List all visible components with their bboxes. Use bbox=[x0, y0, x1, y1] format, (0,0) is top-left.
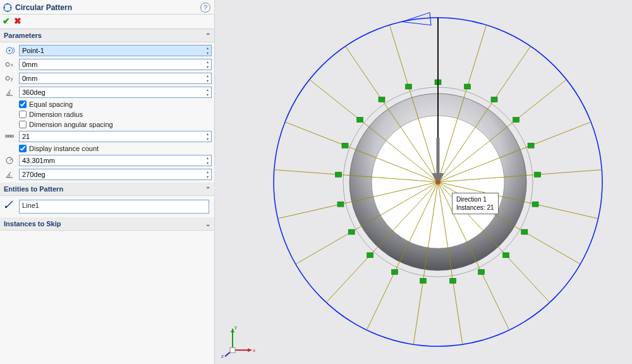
svg-point-1 bbox=[7, 3, 9, 5]
display-count-label: Display instance count bbox=[29, 145, 99, 152]
svg-rect-11 bbox=[6, 135, 8, 137]
parameters-body: ▴▾ x ▴▾ y ▴▾ bbox=[0, 42, 214, 183]
svg-rect-44 bbox=[528, 143, 534, 148]
svg-rect-58 bbox=[356, 117, 363, 122]
svg-rect-57 bbox=[341, 143, 348, 148]
svg-rect-60 bbox=[405, 84, 411, 89]
offset-x-row: x ▴▾ bbox=[0, 58, 214, 71]
ok-button[interactable]: ✔ bbox=[3, 16, 10, 26]
svg-rect-42 bbox=[491, 97, 497, 102]
callout-direction: Direction 1 bbox=[456, 195, 494, 203]
svg-rect-54 bbox=[348, 229, 355, 234]
feature-title: Circular Pattern bbox=[15, 3, 200, 12]
svg-rect-43 bbox=[513, 117, 519, 122]
offset-y-input[interactable] bbox=[19, 73, 212, 84]
svg-rect-50 bbox=[449, 278, 456, 283]
svg-point-4 bbox=[4, 7, 6, 9]
count-icon bbox=[3, 131, 16, 142]
section-header-entities[interactable]: Entities to Pattern ⌃ bbox=[0, 183, 214, 196]
offset-x-icon: x bbox=[3, 59, 16, 70]
center-spinner[interactable]: ▴▾ bbox=[204, 46, 211, 56]
offset-y-icon: y bbox=[3, 73, 16, 84]
display-count-row: Display instance count bbox=[0, 143, 214, 154]
angle-icon bbox=[3, 87, 16, 98]
rotation-icon bbox=[3, 169, 16, 180]
svg-marker-66 bbox=[248, 348, 252, 352]
svg-text:x: x bbox=[11, 63, 13, 67]
dimension-radius-row: Dimension radius bbox=[0, 109, 214, 119]
svg-line-16 bbox=[6, 201, 13, 207]
dimension-angular-label: Dimension angular spacing bbox=[29, 121, 113, 128]
svg-point-3 bbox=[7, 11, 9, 13]
svg-rect-52 bbox=[391, 269, 398, 274]
offset-x-spinner[interactable]: ▴▾ bbox=[204, 59, 211, 70]
count-input[interactable] bbox=[19, 131, 212, 142]
svg-text:x: x bbox=[253, 348, 255, 353]
svg-rect-13 bbox=[11, 135, 13, 137]
dimension-radius-label: Dimension radius bbox=[29, 111, 83, 118]
svg-text:y: y bbox=[234, 324, 237, 330]
svg-rect-73 bbox=[230, 348, 235, 353]
angle-input[interactable] bbox=[19, 87, 212, 98]
section-label-parameters: Parameters bbox=[4, 32, 42, 39]
svg-rect-41 bbox=[464, 84, 470, 89]
instance-callout[interactable]: Direction 1 Instances: 21 bbox=[452, 193, 499, 214]
center-point-icon bbox=[3, 45, 16, 56]
dimension-angular-checkbox[interactable] bbox=[19, 121, 27, 128]
entities-body: Line1 bbox=[0, 196, 214, 217]
count-row: ▴▾ bbox=[0, 130, 214, 143]
equal-spacing-row: Equal spacing bbox=[0, 99, 214, 109]
svg-text:y: y bbox=[11, 76, 13, 82]
dimension-angular-row: Dimension angular spacing bbox=[0, 119, 214, 130]
panel-header: Circular Pattern ? bbox=[0, 0, 214, 15]
radius-icon bbox=[3, 155, 16, 166]
angle-spinner[interactable]: ▴▾ bbox=[204, 87, 211, 97]
svg-rect-49 bbox=[478, 269, 484, 274]
svg-rect-48 bbox=[502, 253, 509, 258]
count-spinner[interactable]: ▴▾ bbox=[204, 131, 211, 142]
equal-spacing-label: Equal spacing bbox=[29, 100, 73, 108]
svg-point-64 bbox=[437, 181, 439, 183]
chevron-up-icon: ⌃ bbox=[205, 186, 210, 193]
rotation-spinner[interactable]: ▴▾ bbox=[204, 169, 211, 179]
radius-input[interactable] bbox=[19, 155, 212, 166]
angle-row: ▴▾ bbox=[0, 85, 214, 99]
chevron-up-icon: ⌃ bbox=[205, 32, 210, 39]
offset-x-input[interactable] bbox=[19, 59, 212, 70]
svg-point-9 bbox=[6, 76, 9, 80]
svg-rect-12 bbox=[9, 135, 11, 137]
model-canvas[interactable] bbox=[243, 0, 632, 364]
svg-point-6 bbox=[9, 50, 11, 52]
property-manager-panel: Circular Pattern ? ✔ ✖ Parameters ⌃ ▴▾ bbox=[0, 0, 215, 364]
rotation-row: ▴▾ bbox=[0, 167, 214, 181]
entities-list[interactable]: Line1 bbox=[19, 200, 209, 214]
dimension-radius-checkbox[interactable] bbox=[19, 111, 27, 118]
cancel-button[interactable]: ✖ bbox=[14, 16, 21, 26]
entity-item[interactable]: Line1 bbox=[22, 202, 206, 209]
svg-text:z: z bbox=[221, 353, 224, 359]
radius-row: ▴▾ bbox=[0, 154, 214, 167]
section-header-skip[interactable]: Instances to Skip ⌄ bbox=[0, 217, 214, 231]
svg-line-15 bbox=[9, 159, 12, 161]
section-header-parameters[interactable]: Parameters ⌃ bbox=[0, 29, 214, 42]
center-row: ▴▾ bbox=[0, 44, 214, 58]
equal-spacing-checkbox[interactable] bbox=[19, 100, 27, 108]
graphics-viewport[interactable]: Direction 1 Instances: 21 x y z bbox=[215, 0, 632, 364]
svg-marker-18 bbox=[401, 13, 431, 28]
radius-spinner[interactable]: ▴▾ bbox=[204, 155, 211, 166]
svg-rect-53 bbox=[367, 253, 373, 258]
center-input[interactable] bbox=[19, 45, 212, 56]
direction-arrow-icon bbox=[401, 13, 431, 28]
svg-rect-17 bbox=[5, 206, 7, 208]
svg-rect-51 bbox=[420, 278, 426, 283]
origin-marker-icon bbox=[435, 179, 441, 185]
help-icon[interactable]: ? bbox=[200, 3, 210, 13]
entity-icon bbox=[3, 198, 16, 210]
section-label-entities: Entities to Pattern bbox=[4, 185, 63, 193]
svg-point-2 bbox=[10, 7, 12, 9]
section-label-skip: Instances to Skip bbox=[4, 220, 61, 228]
callout-instances: Instances: 21 bbox=[456, 203, 494, 212]
rotation-input[interactable] bbox=[19, 169, 212, 180]
offset-y-spinner[interactable]: ▴▾ bbox=[204, 73, 211, 83]
display-count-checkbox[interactable] bbox=[19, 145, 27, 152]
